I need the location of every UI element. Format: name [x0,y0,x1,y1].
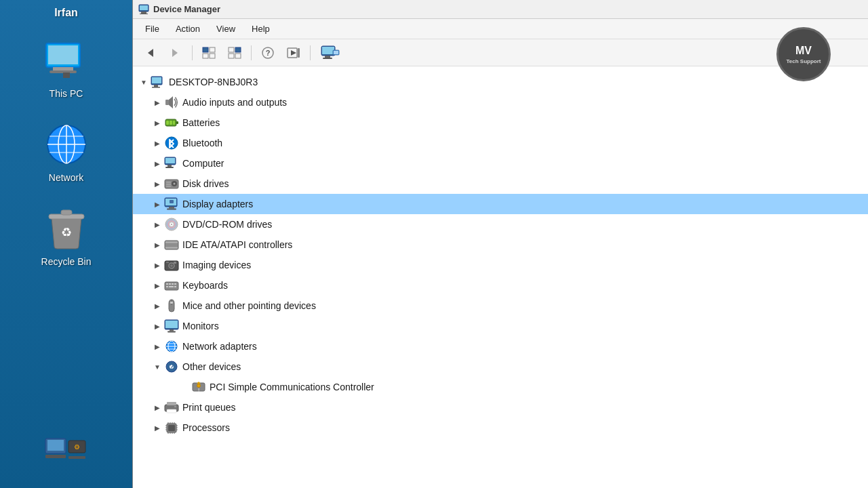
help-button[interactable]: ? [256,43,279,63]
tree-item-batteries[interactable]: ▶ Batteries [133,113,868,133]
bluetooth-label: Bluetooth [182,138,222,148]
list-view-button[interactable] [223,43,246,63]
mice-icon [164,298,179,313]
network-label: Network adapters [182,341,257,352]
computer-label: Computer [182,158,224,169]
svg-rect-93 [166,286,168,287]
svg-rect-42 [323,58,332,59]
svg-rect-90 [169,283,171,285]
tree-item-audio[interactable]: ▶ Audio inputs and outputs [133,92,868,113]
monitors-toggle[interactable]: ▶ [151,319,164,333]
keyboards-label: Keyboards [182,280,228,291]
tree-root-node[interactable]: ▼ DESKTOP-8NBJ0R3 [133,72,868,92]
tree-item-dvd[interactable]: ▶ DVD/CD-ROM drives [133,214,868,235]
tree-item-keyboards[interactable]: ▶ Keyboards [133,275,868,296]
network-label: Network [49,172,83,183]
pci-label: PCI Simple Communications Controller [210,382,374,392]
svg-rect-33 [235,54,241,58]
svg-rect-16 [45,455,66,458]
tree-item-other[interactable]: ▼ ? Other devices [133,357,868,377]
svg-rect-15 [47,440,64,451]
dvd-label: DVD/CD-ROM drives [182,219,272,230]
ide-label: IDE ATA/ATAPI controllers [182,239,292,250]
menu-help[interactable]: Help [245,21,277,37]
monitor-button[interactable] [315,43,345,63]
other-label: Other devices [182,361,241,372]
dvd-toggle[interactable]: ▶ [151,218,164,231]
disk-toggle[interactable]: ▶ [151,177,164,190]
svg-rect-100 [170,329,174,331]
tree-item-network[interactable]: ▶ Network adapters [133,336,868,357]
svg-point-76 [171,224,172,225]
svg-rect-87 [166,262,169,263]
svg-rect-65 [166,184,171,185]
svg-rect-31 [235,47,241,52]
pci-toggle-spacer [178,380,191,394]
tree-item-print[interactable]: ▶ Print queues [133,397,868,418]
network-toggle[interactable]: ▶ [151,340,164,353]
audio-toggle[interactable]: ▶ [151,96,164,109]
print-label: Print queues [182,402,236,413]
tree-item-imaging[interactable]: ▶ Imaging devices [133,255,868,275]
root-toggle[interactable]: ▼ [137,75,151,89]
menu-action[interactable]: Action [169,21,207,37]
mice-toggle[interactable]: ▶ [151,299,164,312]
device-manager-window: Device Manager File Action View Help [132,0,868,488]
svg-rect-2 [53,67,73,70]
svg-rect-26 [203,47,208,52]
print-toggle[interactable]: ▶ [151,401,164,414]
title-bar: Device Manager [133,0,868,19]
audio-label: Audio inputs and outputs [182,97,287,108]
tree-item-display[interactable]: ▶ Display adapters [133,194,868,214]
svg-rect-29 [210,54,215,58]
bluetooth-toggle[interactable]: ▶ [151,136,164,150]
svg-text:?: ? [266,49,271,57]
tree-item-mice[interactable]: ▶ Mice and other pointing devices [133,296,868,316]
tree-item-bluetooth[interactable]: ▶ Bluetooth [133,133,868,153]
menu-bar: File Action View Help [133,19,868,39]
tree-item-processors[interactable]: ▶ [133,418,868,438]
tree-item-monitors[interactable]: ▶ Monitors [133,316,868,336]
desktop-bottom-icon[interactable]: ⚙ [44,437,88,474]
batteries-toggle[interactable]: ▶ [151,116,164,129]
desktop-icon-network[interactable]: Network [26,117,107,187]
computer-toggle[interactable]: ▶ [151,157,164,170]
toolbar-sep-2 [251,45,252,60]
processors-toggle[interactable]: ▶ [151,421,164,434]
processors-icon [164,420,179,435]
toolbar-sep-1 [192,45,193,60]
forward-button[interactable] [164,43,187,63]
display-toggle[interactable]: ▶ [151,197,164,211]
svg-marker-24 [148,49,153,57]
tree-item-ide[interactable]: ▶ IDE ATA/ATAPI controllers [133,235,868,255]
menu-view[interactable]: View [210,21,242,37]
menu-file[interactable]: File [138,21,166,37]
svg-rect-54 [170,121,172,125]
tree-item-pci[interactable]: ! PCI Simple Communications Controller [133,377,868,397]
back-button[interactable] [138,43,161,63]
svg-rect-48 [152,87,160,88]
svg-rect-58 [165,158,175,163]
svg-rect-60 [165,167,174,168]
tree-item-computer[interactable]: ▶ Computer [133,153,868,174]
svg-rect-64 [166,182,171,183]
dvd-icon [164,217,179,232]
svg-rect-99 [165,321,178,328]
device-tree[interactable]: ▼ DESKTOP-8NBJ0R3 ▶ [133,66,868,488]
computer-icon [164,156,179,171]
imaging-icon [164,258,179,272]
svg-rect-49 [165,100,169,105]
play-button[interactable] [282,43,305,63]
tree-item-disk[interactable]: ▶ Disk drives [133,174,868,194]
desktop-icon-this-pc[interactable]: This PC [26,33,107,103]
mice-label: Mice and other pointing devices [182,300,316,311]
keyboards-toggle[interactable]: ▶ [151,279,164,292]
svg-rect-59 [167,165,172,167]
svg-rect-92 [174,283,176,285]
desktop-icon-recycle-bin[interactable]: ♻ Recycle Bin [26,201,107,271]
imaging-toggle[interactable]: ▶ [151,258,164,272]
ide-toggle[interactable]: ▶ [151,238,164,251]
svg-text:?: ? [170,363,174,371]
view-type-button[interactable] [197,43,220,63]
other-toggle[interactable]: ▼ [151,360,164,373]
